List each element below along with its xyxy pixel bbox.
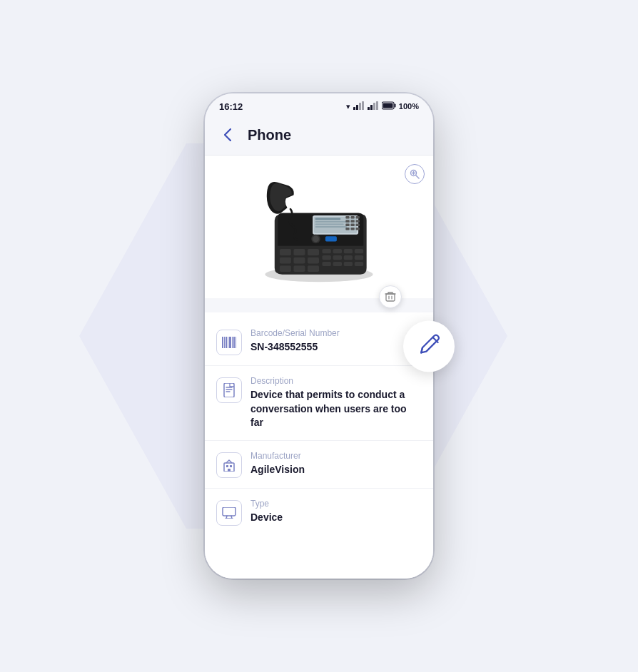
document-icon <box>223 383 236 397</box>
svg-rect-68 <box>228 337 228 348</box>
svg-rect-48 <box>344 249 353 253</box>
delete-image-button[interactable] <box>379 285 402 308</box>
svg-rect-55 <box>333 262 342 266</box>
svg-rect-51 <box>333 255 342 260</box>
svg-rect-43 <box>280 265 291 272</box>
svg-rect-47 <box>333 249 342 253</box>
svg-line-12 <box>416 175 420 179</box>
description-row: Description Device that permits to condu… <box>205 366 433 441</box>
svg-rect-30 <box>356 224 360 227</box>
barcode-row: Barcode/Serial Number SN-348552555 <box>205 318 433 366</box>
svg-rect-6 <box>373 103 375 110</box>
barcode-icon-box <box>216 330 242 355</box>
barcode-content: Barcode/Serial Number SN-348552555 <box>250 328 340 355</box>
svg-rect-39 <box>308 249 319 255</box>
status-icons: ▾ <box>346 100 419 113</box>
back-button[interactable] <box>216 123 239 146</box>
svg-rect-58 <box>386 294 395 301</box>
svg-rect-37 <box>280 249 291 255</box>
svg-rect-46 <box>322 249 330 253</box>
description-label: Description <box>250 376 422 386</box>
svg-rect-80 <box>228 469 231 472</box>
type-content: Type Device <box>250 499 283 525</box>
svg-rect-81 <box>223 507 236 516</box>
manufacturer-row: Manufacturer AgileVision <box>205 441 433 489</box>
svg-rect-72 <box>236 337 236 348</box>
svg-rect-44 <box>293 265 305 272</box>
building-icon <box>223 459 236 472</box>
description-content: Description Device that permits to condu… <box>250 376 422 430</box>
type-row: Type Device <box>205 489 433 536</box>
manufacturer-icon-box <box>216 452 242 478</box>
monitor-icon <box>222 507 236 519</box>
content-area: Barcode/Serial Number SN-348552555 <box>205 156 433 579</box>
svg-rect-22 <box>345 216 349 219</box>
svg-rect-9 <box>394 104 395 108</box>
page-title: Phone <box>248 127 291 143</box>
type-label: Type <box>250 499 283 509</box>
svg-rect-5 <box>370 105 373 110</box>
info-section: Barcode/Serial Number SN-348552555 <box>205 312 433 579</box>
svg-rect-21 <box>315 226 347 228</box>
barcode-value: SN-348552555 <box>250 340 340 355</box>
battery-icon <box>382 100 396 113</box>
product-image <box>248 170 390 284</box>
svg-rect-66 <box>224 337 225 348</box>
svg-rect-54 <box>322 262 330 266</box>
svg-point-36 <box>313 235 319 242</box>
pencil-icon <box>416 333 442 359</box>
image-section <box>205 156 433 298</box>
svg-rect-33 <box>356 228 360 230</box>
svg-rect-42 <box>308 258 319 264</box>
phone-wrapper: 16:12 ▾ <box>205 93 433 579</box>
type-icon-box <box>216 500 242 526</box>
svg-rect-49 <box>355 249 363 253</box>
signal-icon <box>353 101 365 111</box>
svg-rect-23 <box>350 216 354 219</box>
svg-rect-10 <box>383 103 393 108</box>
description-value: Device that permits to conduct a convers… <box>250 388 422 430</box>
edit-fab-button[interactable] <box>403 320 455 372</box>
svg-rect-67 <box>226 337 227 348</box>
svg-rect-24 <box>356 216 360 219</box>
svg-rect-52 <box>344 255 353 260</box>
svg-rect-45 <box>308 265 319 272</box>
svg-rect-38 <box>293 249 305 255</box>
svg-rect-25 <box>345 220 349 223</box>
battery-text: 100% <box>399 102 419 111</box>
manufacturer-value: AgileVision <box>250 463 305 477</box>
svg-rect-31 <box>345 228 349 230</box>
svg-rect-0 <box>353 107 355 110</box>
svg-rect-18 <box>315 218 341 220</box>
svg-rect-56 <box>344 262 353 266</box>
svg-rect-40 <box>280 258 291 264</box>
svg-rect-32 <box>350 228 354 230</box>
svg-rect-29 <box>350 224 354 227</box>
svg-rect-7 <box>376 101 378 110</box>
type-value: Device <box>250 511 283 525</box>
svg-rect-70 <box>232 337 233 348</box>
svg-rect-2 <box>359 103 361 110</box>
barcode-icon <box>222 337 236 348</box>
zoom-button[interactable] <box>405 164 425 184</box>
svg-rect-73 <box>224 383 234 397</box>
svg-rect-71 <box>233 337 235 348</box>
svg-rect-1 <box>356 105 358 110</box>
svg-rect-53 <box>355 255 363 260</box>
svg-rect-57 <box>355 262 363 266</box>
svg-rect-65 <box>222 337 223 348</box>
svg-rect-78 <box>226 465 228 467</box>
status-time: 16:12 <box>219 101 243 112</box>
svg-rect-41 <box>293 258 305 264</box>
svg-rect-27 <box>356 220 360 223</box>
signal-icon-2 <box>368 101 379 111</box>
svg-rect-50 <box>322 255 330 260</box>
header: Phone <box>205 116 433 156</box>
svg-rect-19 <box>315 221 350 223</box>
status-bar: 16:12 ▾ <box>205 93 433 116</box>
svg-rect-26 <box>350 220 354 223</box>
svg-rect-20 <box>315 224 344 225</box>
manufacturer-label: Manufacturer <box>250 451 305 461</box>
wifi-icon: ▾ <box>346 102 350 111</box>
svg-rect-28 <box>345 224 349 227</box>
